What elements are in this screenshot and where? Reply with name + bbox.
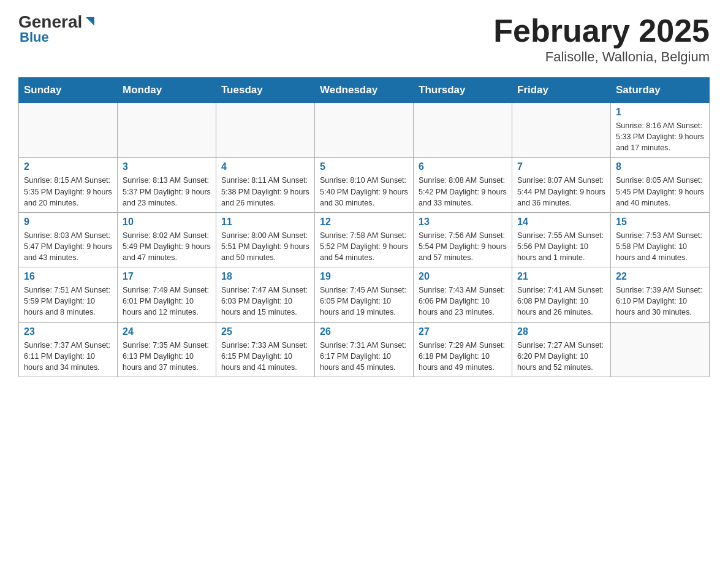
- calendar-cell: 26Sunrise: 7:31 AM Sunset: 6:17 PM Dayli…: [315, 322, 414, 377]
- calendar-cell: [19, 103, 118, 158]
- calendar-cell: [216, 103, 315, 158]
- day-info: Sunrise: 7:51 AM Sunset: 5:59 PM Dayligh…: [24, 285, 112, 318]
- calendar-cell: [414, 103, 512, 158]
- day-number: 17: [123, 271, 211, 282]
- day-info: Sunrise: 8:00 AM Sunset: 5:51 PM Dayligh…: [221, 230, 309, 263]
- page-header: General Blue February 2025 Falisolle, Wa…: [18, 12, 710, 65]
- logo-triangle-icon: [83, 15, 97, 28]
- calendar-cell: 14Sunrise: 7:55 AM Sunset: 5:56 PM Dayli…: [512, 212, 611, 267]
- day-number: 27: [419, 326, 507, 337]
- day-info: Sunrise: 7:35 AM Sunset: 6:13 PM Dayligh…: [123, 340, 211, 373]
- day-info: Sunrise: 7:56 AM Sunset: 5:54 PM Dayligh…: [419, 230, 507, 263]
- day-number: 4: [221, 161, 309, 172]
- calendar-cell: 23Sunrise: 7:37 AM Sunset: 6:11 PM Dayli…: [19, 322, 118, 377]
- title-block: February 2025 Falisolle, Wallonia, Belgi…: [493, 12, 710, 65]
- calendar-header-row: SundayMondayTuesdayWednesdayThursdayFrid…: [19, 78, 710, 103]
- day-info: Sunrise: 7:39 AM Sunset: 6:10 PM Dayligh…: [616, 285, 704, 318]
- calendar-week-row: 9Sunrise: 8:03 AM Sunset: 5:47 PM Daylig…: [19, 212, 710, 267]
- day-info: Sunrise: 8:15 AM Sunset: 5:35 PM Dayligh…: [24, 175, 112, 208]
- calendar-week-row: 23Sunrise: 7:37 AM Sunset: 6:11 PM Dayli…: [19, 322, 710, 377]
- day-info: Sunrise: 8:16 AM Sunset: 5:33 PM Dayligh…: [616, 120, 704, 153]
- day-info: Sunrise: 8:02 AM Sunset: 5:49 PM Dayligh…: [123, 230, 211, 263]
- day-info: Sunrise: 7:41 AM Sunset: 6:08 PM Dayligh…: [517, 285, 605, 318]
- day-number: 10: [123, 216, 211, 228]
- calendar-cell: 8Sunrise: 8:05 AM Sunset: 5:45 PM Daylig…: [611, 158, 710, 212]
- day-info: Sunrise: 8:11 AM Sunset: 5:38 PM Dayligh…: [221, 175, 309, 208]
- calendar-cell: [512, 103, 611, 158]
- day-info: Sunrise: 7:31 AM Sunset: 6:17 PM Dayligh…: [320, 340, 408, 373]
- calendar-cell: 7Sunrise: 8:07 AM Sunset: 5:44 PM Daylig…: [512, 158, 611, 212]
- calendar-cell: 4Sunrise: 8:11 AM Sunset: 5:38 PM Daylig…: [216, 158, 315, 212]
- calendar-cell: 6Sunrise: 8:08 AM Sunset: 5:42 PM Daylig…: [414, 158, 512, 212]
- calendar-cell: 28Sunrise: 7:27 AM Sunset: 6:20 PM Dayli…: [512, 322, 611, 377]
- day-info: Sunrise: 7:33 AM Sunset: 6:15 PM Dayligh…: [221, 340, 309, 373]
- day-number: 15: [616, 216, 704, 228]
- calendar-cell: 22Sunrise: 7:39 AM Sunset: 6:10 PM Dayli…: [611, 267, 710, 322]
- logo-blue-text: Blue: [20, 29, 49, 45]
- calendar-cell: 2Sunrise: 8:15 AM Sunset: 5:35 PM Daylig…: [19, 158, 118, 212]
- svg-marker-0: [86, 17, 94, 26]
- day-of-week-header: Sunday: [19, 78, 118, 103]
- day-number: 14: [517, 216, 605, 228]
- calendar-table: SundayMondayTuesdayWednesdayThursdayFrid…: [18, 77, 710, 377]
- calendar-cell: [315, 103, 414, 158]
- day-of-week-header: Tuesday: [216, 78, 315, 103]
- day-info: Sunrise: 7:58 AM Sunset: 5:52 PM Dayligh…: [320, 230, 408, 263]
- calendar-cell: 11Sunrise: 8:00 AM Sunset: 5:51 PM Dayli…: [216, 212, 315, 267]
- day-info: Sunrise: 8:08 AM Sunset: 5:42 PM Dayligh…: [419, 175, 507, 208]
- day-info: Sunrise: 8:13 AM Sunset: 5:37 PM Dayligh…: [123, 175, 211, 208]
- day-number: 26: [320, 326, 408, 337]
- day-number: 13: [419, 216, 507, 228]
- day-number: 23: [24, 326, 112, 337]
- day-number: 21: [517, 271, 605, 282]
- day-info: Sunrise: 8:05 AM Sunset: 5:45 PM Dayligh…: [616, 175, 704, 208]
- day-number: 5: [320, 161, 408, 172]
- calendar-cell: 20Sunrise: 7:43 AM Sunset: 6:06 PM Dayli…: [414, 267, 512, 322]
- calendar-cell: 21Sunrise: 7:41 AM Sunset: 6:08 PM Dayli…: [512, 267, 611, 322]
- day-info: Sunrise: 8:07 AM Sunset: 5:44 PM Dayligh…: [517, 175, 605, 208]
- day-number: 24: [123, 326, 211, 337]
- calendar-subtitle: Falisolle, Wallonia, Belgium: [493, 49, 710, 65]
- day-info: Sunrise: 7:47 AM Sunset: 6:03 PM Dayligh…: [221, 285, 309, 318]
- calendar-cell: [611, 322, 710, 377]
- day-number: 18: [221, 271, 309, 282]
- calendar-week-row: 2Sunrise: 8:15 AM Sunset: 5:35 PM Daylig…: [19, 158, 710, 212]
- logo: General Blue: [18, 12, 97, 45]
- day-number: 11: [221, 216, 309, 228]
- day-number: 20: [419, 271, 507, 282]
- calendar-cell: 5Sunrise: 8:10 AM Sunset: 5:40 PM Daylig…: [315, 158, 414, 212]
- day-info: Sunrise: 7:27 AM Sunset: 6:20 PM Dayligh…: [517, 340, 605, 373]
- day-info: Sunrise: 7:45 AM Sunset: 6:05 PM Dayligh…: [320, 285, 408, 318]
- day-of-week-header: Saturday: [611, 78, 710, 103]
- day-number: 9: [24, 216, 112, 228]
- day-number: 8: [616, 161, 704, 172]
- day-number: 6: [419, 161, 507, 172]
- day-info: Sunrise: 7:49 AM Sunset: 6:01 PM Dayligh…: [123, 285, 211, 318]
- day-number: 7: [517, 161, 605, 172]
- day-of-week-header: Friday: [512, 78, 611, 103]
- day-number: 12: [320, 216, 408, 228]
- day-number: 2: [24, 161, 112, 172]
- day-of-week-header: Wednesday: [315, 78, 414, 103]
- calendar-cell: [118, 103, 216, 158]
- calendar-week-row: 16Sunrise: 7:51 AM Sunset: 5:59 PM Dayli…: [19, 267, 710, 322]
- day-info: Sunrise: 7:55 AM Sunset: 5:56 PM Dayligh…: [517, 230, 605, 263]
- day-number: 19: [320, 271, 408, 282]
- day-number: 3: [123, 161, 211, 172]
- calendar-cell: 13Sunrise: 7:56 AM Sunset: 5:54 PM Dayli…: [414, 212, 512, 267]
- day-of-week-header: Thursday: [414, 78, 512, 103]
- day-info: Sunrise: 8:03 AM Sunset: 5:47 PM Dayligh…: [24, 230, 112, 263]
- calendar-cell: 1Sunrise: 8:16 AM Sunset: 5:33 PM Daylig…: [611, 103, 710, 158]
- calendar-week-row: 1Sunrise: 8:16 AM Sunset: 5:33 PM Daylig…: [19, 103, 710, 158]
- day-info: Sunrise: 7:43 AM Sunset: 6:06 PM Dayligh…: [419, 285, 507, 318]
- day-number: 28: [517, 326, 605, 337]
- calendar-cell: 18Sunrise: 7:47 AM Sunset: 6:03 PM Dayli…: [216, 267, 315, 322]
- calendar-cell: 15Sunrise: 7:53 AM Sunset: 5:58 PM Dayli…: [611, 212, 710, 267]
- day-info: Sunrise: 7:37 AM Sunset: 6:11 PM Dayligh…: [24, 340, 112, 373]
- calendar-cell: 24Sunrise: 7:35 AM Sunset: 6:13 PM Dayli…: [118, 322, 216, 377]
- calendar-cell: 25Sunrise: 7:33 AM Sunset: 6:15 PM Dayli…: [216, 322, 315, 377]
- calendar-cell: 10Sunrise: 8:02 AM Sunset: 5:49 PM Dayli…: [118, 212, 216, 267]
- calendar-cell: 3Sunrise: 8:13 AM Sunset: 5:37 PM Daylig…: [118, 158, 216, 212]
- calendar-cell: 19Sunrise: 7:45 AM Sunset: 6:05 PM Dayli…: [315, 267, 414, 322]
- day-number: 22: [616, 271, 704, 282]
